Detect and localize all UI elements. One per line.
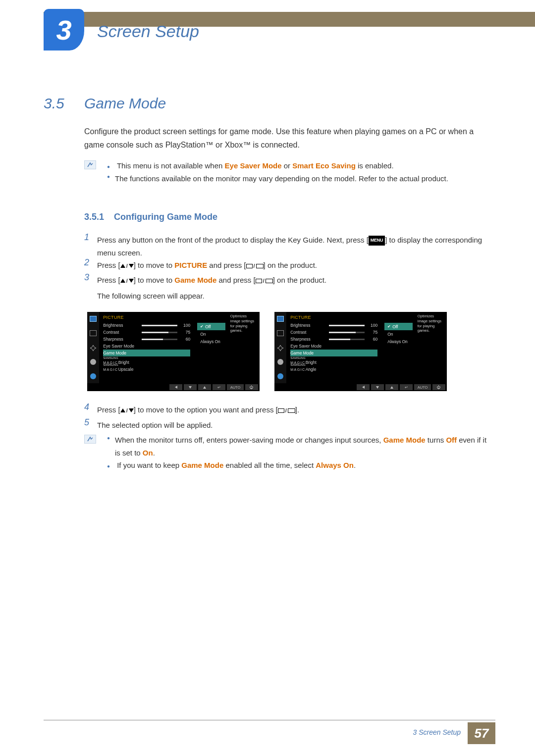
option-always-on: Always On xyxy=(200,339,220,344)
note-list-2: ● When the monitor turns off, enters pow… xyxy=(107,434,491,472)
power-icon: ⏻ xyxy=(432,384,445,390)
step-4-text: Press [/] to move to the option you want… xyxy=(97,403,491,416)
nav-down-icon xyxy=(371,384,384,390)
nav-left-icon xyxy=(357,384,370,390)
settings-icon xyxy=(90,359,96,365)
option-off: Off xyxy=(205,324,211,329)
option-always-on: Always On xyxy=(387,339,408,344)
note1-part: This menu is not available when xyxy=(117,161,225,170)
footer-divider xyxy=(44,720,495,720)
chapter-title: Screen Setup xyxy=(97,22,199,41)
step-5-num: 5 xyxy=(84,417,89,428)
step-5-text: The selected option will be applied. xyxy=(97,419,491,432)
osd-screenshots: PICTURE Brightness100 Contrast75 Sharpne… xyxy=(87,312,447,391)
step-2-text: Press [/] to move to PICTURE and press [… xyxy=(97,259,491,272)
info-icon xyxy=(90,373,96,379)
step-3-num: 3 xyxy=(84,272,89,283)
nav-up-icon xyxy=(198,384,211,390)
up-down-icon: / xyxy=(120,406,134,415)
osd-sidebar xyxy=(274,312,286,383)
nav-left-icon xyxy=(169,384,182,390)
auto-button: AUTO xyxy=(414,384,431,390)
power-icon: ⏻ xyxy=(245,384,258,390)
nav-down-icon xyxy=(184,384,197,390)
enter-icon: / xyxy=(256,276,273,286)
osd-sidebar xyxy=(87,312,99,383)
footer-chapter-label: 3 Screen Setup xyxy=(413,728,461,736)
auto-button: AUTO xyxy=(227,384,244,390)
option-on: On xyxy=(200,332,206,337)
osd-submenu: ✔Off On Always On xyxy=(195,321,227,383)
page-number-box: 57 xyxy=(468,722,495,744)
up-down-icon: / xyxy=(120,276,134,286)
intro-paragraph: Configure the product screen settings fo… xyxy=(84,125,491,151)
enter-icon: / xyxy=(246,261,264,271)
step-2-num: 2 xyxy=(84,257,89,268)
up-down-icon: / xyxy=(120,261,134,271)
monitor-icon xyxy=(90,316,97,322)
subsection-title: Configuring Game Mode xyxy=(114,212,217,222)
osd-panel-1: PICTURE Brightness100 Contrast75 Sharpne… xyxy=(87,312,260,391)
step-4-num: 4 xyxy=(84,402,89,412)
enter-icon: / xyxy=(278,406,295,415)
chapter-number: 3 xyxy=(56,14,71,46)
osd-description: Optimizes image settings for playing gam… xyxy=(415,312,447,383)
link-eye-saver[interactable]: Eye Saver Mode xyxy=(225,161,282,170)
page-number: 57 xyxy=(475,726,489,741)
osd-panel-2: PICTURE Brightness100 Contrast75 Sharpne… xyxy=(274,312,447,391)
osd-submenu: ✔Off On Always On xyxy=(382,321,415,383)
note-list-1: ● This menu is not available when Eye Sa… xyxy=(107,159,491,185)
monitor-icon xyxy=(277,316,284,322)
osd-title: PICTURE xyxy=(103,315,190,320)
nav-up-icon xyxy=(385,384,398,390)
subsection-number: 3.5.1 xyxy=(84,212,104,222)
option-off: Off xyxy=(392,324,398,329)
note-icon xyxy=(84,160,96,169)
nav-enter-icon: ↵ xyxy=(213,384,225,390)
option-on: On xyxy=(387,332,393,337)
note1-item2: The functions available on the monitor m… xyxy=(115,172,491,185)
settings-icon xyxy=(277,359,283,365)
step-3-text: Press [/] to move to Game Mode and press… xyxy=(97,274,491,302)
step-1-text: Press any button on the front of the pro… xyxy=(97,234,491,259)
info-icon xyxy=(277,373,283,379)
nav-enter-icon: ↵ xyxy=(400,384,413,390)
note-icon xyxy=(84,435,96,444)
menu-button-icon: MENU xyxy=(369,236,385,245)
picture-icon xyxy=(90,330,97,336)
picture-icon xyxy=(277,330,284,336)
link-smart-eco[interactable]: Smart Eco Saving xyxy=(292,161,356,170)
section-title: Game Mode xyxy=(84,95,166,112)
osd-title: PICTURE xyxy=(290,315,377,320)
section-number: 3.5 xyxy=(44,95,64,112)
osd-description: Optimizes image settings for playing gam… xyxy=(227,312,260,383)
step-1-num: 1 xyxy=(84,232,89,243)
